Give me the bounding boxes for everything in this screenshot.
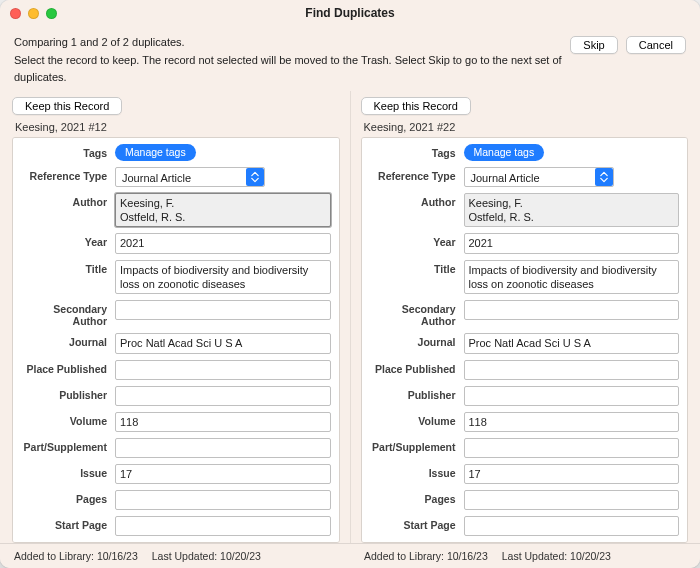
- chevron-up-down-icon: [246, 168, 264, 186]
- added-to-library: Added to Library: 10/16/23: [364, 550, 488, 562]
- reference-type-select[interactable]: Journal Article: [115, 167, 265, 187]
- label-journal: Journal: [370, 333, 464, 348]
- row-journal: JournalProc Natl Acad Sci U S A: [21, 333, 331, 353]
- label-start-page: Start Page: [370, 516, 464, 531]
- label-volume: Volume: [21, 412, 115, 427]
- footer: Added to Library: 10/16/23Last Updated: …: [0, 543, 700, 568]
- author-field[interactable]: Keesing, F. Ostfeld, R. S.: [464, 193, 680, 228]
- row-author: AuthorKeesing, F. Ostfeld, R. S.: [370, 193, 680, 228]
- start-page-field[interactable]: [464, 516, 680, 536]
- place-published-field[interactable]: [464, 360, 680, 380]
- label-reference-type: Reference Type: [21, 167, 115, 182]
- row-author: AuthorKeesing, F. Ostfeld, R. S.: [21, 193, 331, 228]
- publisher-field[interactable]: [115, 386, 331, 406]
- column-header: Keep this RecordKeesing, 2021 #12: [12, 91, 340, 137]
- journal-field[interactable]: Proc Natl Acad Sci U S A: [115, 333, 331, 353]
- secondary-author-field[interactable]: [464, 300, 680, 320]
- label-place-published: Place Published: [370, 360, 464, 375]
- label-secondary-author: Secondary Author: [370, 300, 464, 327]
- last-updated: Last Updated: 10/20/23: [502, 550, 611, 562]
- label-secondary-author: Secondary Author: [21, 300, 115, 327]
- title-field[interactable]: Impacts of biodiversity and biodiversity…: [464, 260, 680, 295]
- part-supplement-field[interactable]: [464, 438, 680, 458]
- reference-type-select[interactable]: Journal Article: [464, 167, 614, 187]
- issue-field[interactable]: 17: [115, 464, 331, 484]
- row-volume: Volume118: [370, 412, 680, 432]
- label-year: Year: [370, 233, 464, 248]
- row-pages: Pages: [370, 490, 680, 510]
- intro-line1: Comparing 1 and 2 of 2 duplicates.: [14, 34, 570, 52]
- row-issue: Issue17: [370, 464, 680, 484]
- volume-field[interactable]: 118: [115, 412, 331, 432]
- row-year: Year2021: [370, 233, 680, 253]
- place-published-field[interactable]: [115, 360, 331, 380]
- record-form-panel[interactable]: TagsManage tagsReference TypeJournal Art…: [361, 137, 689, 543]
- label-title: Title: [21, 260, 115, 275]
- row-title: TitleImpacts of biodiversity and biodive…: [21, 260, 331, 295]
- volume-field[interactable]: 118: [464, 412, 680, 432]
- window: Find Duplicates Comparing 1 and 2 of 2 d…: [0, 0, 700, 568]
- row-reference-type: Reference TypeJournal Article: [21, 167, 331, 187]
- manage-tags-button[interactable]: Manage tags: [464, 144, 545, 161]
- label-publisher: Publisher: [21, 386, 115, 401]
- keep-this-record-button[interactable]: Keep this Record: [12, 97, 122, 115]
- record-form-panel[interactable]: TagsManage tagsReference TypeJournal Art…: [12, 137, 340, 543]
- pages-field[interactable]: [464, 490, 680, 510]
- column-header: Keep this RecordKeesing, 2021 #22: [361, 91, 689, 137]
- row-publisher: Publisher: [370, 386, 680, 406]
- label-year: Year: [21, 233, 115, 248]
- journal-field[interactable]: Proc Natl Acad Sci U S A: [464, 333, 680, 353]
- pages-field[interactable]: [115, 490, 331, 510]
- row-pages: Pages: [21, 490, 331, 510]
- row-start-page: Start Page: [370, 516, 680, 536]
- year-field[interactable]: 2021: [464, 233, 680, 253]
- year-field[interactable]: 2021: [115, 233, 331, 253]
- footer-column: Added to Library: 10/16/23Last Updated: …: [350, 544, 700, 568]
- title-field[interactable]: Impacts of biodiversity and biodiversity…: [115, 260, 331, 295]
- columns: Keep this RecordKeesing, 2021 #12TagsMan…: [0, 87, 700, 543]
- label-issue: Issue: [370, 464, 464, 479]
- row-title: TitleImpacts of biodiversity and biodive…: [370, 260, 680, 295]
- cancel-button[interactable]: Cancel: [626, 36, 686, 54]
- secondary-author-field[interactable]: [115, 300, 331, 320]
- row-reference-type: Reference TypeJournal Article: [370, 167, 680, 187]
- label-pages: Pages: [21, 490, 115, 505]
- label-tags: Tags: [370, 144, 464, 159]
- label-part-supplement: Part/Supplement: [21, 438, 115, 453]
- part-supplement-field[interactable]: [115, 438, 331, 458]
- publisher-field[interactable]: [464, 386, 680, 406]
- record-column: Keep this RecordKeesing, 2021 #12TagsMan…: [2, 91, 351, 543]
- author-field[interactable]: Keesing, F. Ostfeld, R. S.: [115, 193, 331, 228]
- label-start-page: Start Page: [21, 516, 115, 531]
- manage-tags-button[interactable]: Manage tags: [115, 144, 196, 161]
- zoom-window-button[interactable]: [46, 8, 57, 19]
- row-tags: TagsManage tags: [21, 144, 331, 161]
- start-page-field[interactable]: [115, 516, 331, 536]
- label-volume: Volume: [370, 412, 464, 427]
- row-year: Year2021: [21, 233, 331, 253]
- label-journal: Journal: [21, 333, 115, 348]
- intro-section: Comparing 1 and 2 of 2 duplicates. Selec…: [0, 26, 700, 87]
- issue-field[interactable]: 17: [464, 464, 680, 484]
- row-publisher: Publisher: [21, 386, 331, 406]
- reference-type-value: Journal Article: [464, 167, 614, 187]
- added-to-library: Added to Library: 10/16/23: [14, 550, 138, 562]
- intro-buttons: Skip Cancel: [570, 36, 686, 54]
- row-part-supplement: Part/Supplement: [370, 438, 680, 458]
- intro-line2: Select the record to keep. The record no…: [14, 52, 570, 87]
- record-identifier: Keesing, 2021 #12: [12, 121, 107, 133]
- row-volume: Volume118: [21, 412, 331, 432]
- label-issue: Issue: [21, 464, 115, 479]
- row-issue: Issue17: [21, 464, 331, 484]
- close-window-button[interactable]: [10, 8, 21, 19]
- row-start-page: Start Page: [21, 516, 331, 536]
- label-pages: Pages: [370, 490, 464, 505]
- row-secondary-author: Secondary Author: [370, 300, 680, 327]
- minimize-window-button[interactable]: [28, 8, 39, 19]
- skip-button[interactable]: Skip: [570, 36, 617, 54]
- label-author: Author: [370, 193, 464, 208]
- keep-this-record-button[interactable]: Keep this Record: [361, 97, 471, 115]
- intro-text: Comparing 1 and 2 of 2 duplicates. Selec…: [14, 34, 570, 87]
- label-author: Author: [21, 193, 115, 208]
- label-reference-type: Reference Type: [370, 167, 464, 182]
